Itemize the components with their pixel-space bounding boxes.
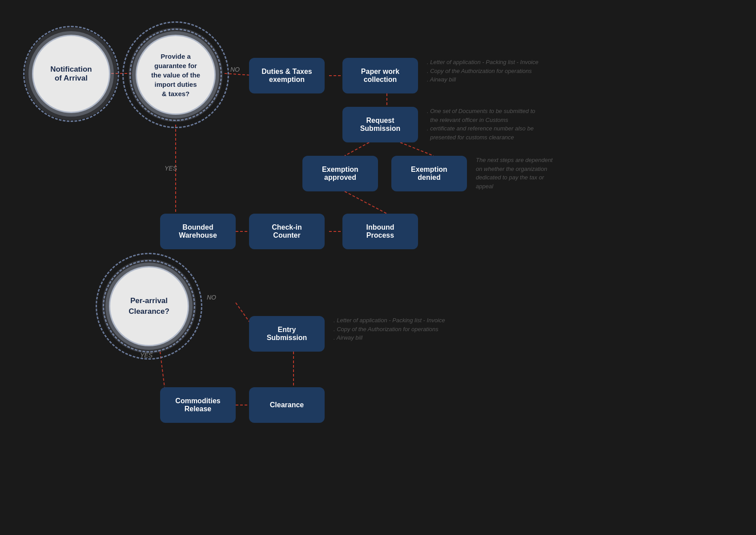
svg-line-9	[345, 191, 387, 214]
clearance: Clearance	[249, 387, 325, 423]
paper-work-note: . Letter of application - Packing list -…	[427, 58, 551, 84]
entry-submission: Entry Submission	[249, 316, 325, 352]
svg-line-5	[400, 142, 434, 156]
per-arrival-clearance: Per-arrival Clearance?	[109, 266, 189, 346]
svg-line-4	[345, 142, 369, 156]
no-label-bottom: NO	[207, 294, 216, 301]
commodities-release: Commodities Release	[160, 387, 236, 423]
entry-note: . Letter of application - Packing list -…	[334, 316, 458, 342]
provide-guarantee: Provide a guarantee for the value of the…	[136, 35, 216, 115]
yes-label-bottom: YES	[140, 352, 153, 359]
svg-line-12	[160, 352, 165, 387]
checkin-counter: Check-in Counter	[249, 214, 325, 249]
bounded-warehouse: Bounded Warehouse	[160, 214, 236, 249]
request-submission: Request Submission	[342, 107, 418, 142]
paper-work-collection: Paper work collection	[342, 58, 418, 93]
inbound-process: Inbound Process	[342, 214, 418, 249]
yes-label-top: YES	[165, 165, 177, 172]
request-note: . One set of Documents to be submitted t…	[427, 107, 560, 142]
no-label-top: NO	[230, 66, 240, 73]
duties-taxes-exemption: Duties & Taxes exemption	[249, 58, 325, 93]
diagram-container: Notification of Arrival Provide a guaran…	[0, 0, 756, 535]
exemption-denied: Exemption denied	[391, 156, 467, 191]
notification-of-arrival: Notification of Arrival	[32, 35, 110, 113]
exemption-note: The next steps are dependenton whether t…	[476, 156, 591, 190]
exemption-approved: Exemption approved	[302, 156, 378, 191]
